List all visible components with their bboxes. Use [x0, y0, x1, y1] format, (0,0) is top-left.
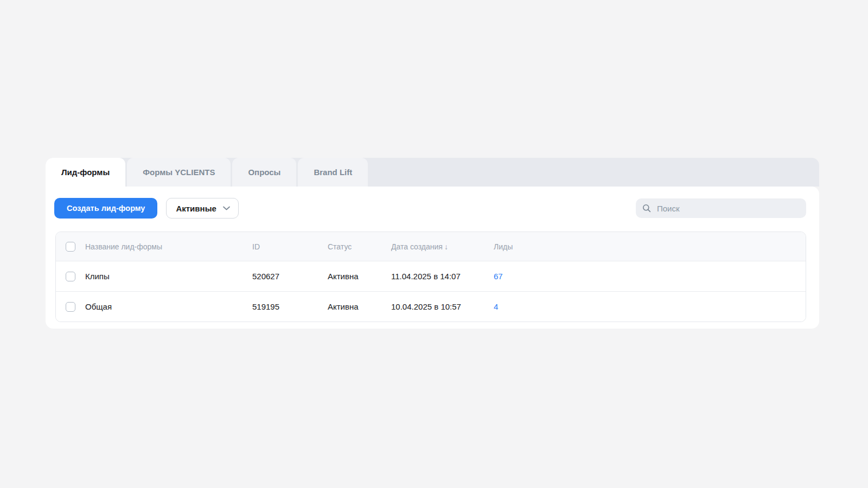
table-row[interactable]: Общая 519195 Активна 10.04.2025 в 10:57 … [56, 291, 806, 322]
tab-brand-lift-label: Brand Lift [314, 168, 352, 177]
table-header-row: Название лид-формы ID Статус Дата создан… [56, 232, 806, 261]
cell-leads: 67 [494, 272, 806, 281]
tab-lead-forms-label: Лид-формы [61, 168, 110, 177]
tab-bar: Лид-формы Формы YCLIENTS Опросы Brand Li… [46, 158, 819, 187]
lead-forms-module: Лид-формы Формы YCLIENTS Опросы Brand Li… [46, 158, 819, 329]
header-checkbox-cell [56, 242, 85, 252]
tab-surveys-label: Опросы [248, 168, 280, 177]
row-checkbox-cell [56, 272, 85, 281]
tab-surveys[interactable]: Опросы [232, 158, 296, 187]
leads-count-link[interactable]: 67 [494, 272, 503, 281]
lead-forms-panel: Создать лид-форму Активные [46, 187, 819, 329]
column-header-status: Статус [328, 242, 391, 251]
search-box [636, 198, 806, 218]
column-header-name: Название лид-формы [85, 242, 252, 251]
column-header-id: ID [252, 242, 328, 251]
tab-yclients-forms-label: Формы YCLIENTS [143, 168, 215, 177]
cell-leads: 4 [494, 302, 806, 311]
cell-id: 519195 [252, 302, 328, 311]
cell-name: Общая [85, 302, 252, 311]
table-row[interactable]: Клипы 520627 Активна 11.04.2025 в 14:07 … [56, 261, 806, 291]
leads-count-link[interactable]: 4 [494, 302, 498, 311]
status-filter-value: Активные [176, 204, 216, 213]
tab-yclients-forms[interactable]: Формы YCLIENTS [127, 158, 231, 187]
select-all-checkbox[interactable] [66, 242, 75, 252]
row-checkbox[interactable] [66, 272, 75, 281]
column-header-created-label: Дата создания [391, 242, 443, 251]
create-lead-form-button[interactable]: Создать лид-форму [54, 198, 157, 219]
tab-lead-forms[interactable]: Лид-формы [46, 158, 125, 187]
search-icon [642, 204, 651, 213]
cell-status: Активна [328, 272, 391, 281]
cell-status: Активна [328, 302, 391, 311]
toolbar: Создать лид-форму Активные [54, 198, 806, 219]
search-input[interactable] [656, 203, 800, 214]
status-filter-dropdown[interactable]: Активные [166, 198, 238, 219]
column-header-leads: Лиды [494, 242, 806, 251]
row-checkbox[interactable] [66, 302, 75, 312]
chevron-down-icon [223, 206, 230, 210]
lead-forms-table: Название лид-формы ID Статус Дата создан… [55, 232, 806, 322]
row-checkbox-cell [56, 302, 85, 312]
cell-name: Клипы [85, 272, 252, 281]
column-header-created[interactable]: Дата создания↓ [391, 242, 494, 251]
cell-created: 10.04.2025 в 10:57 [391, 302, 494, 311]
tab-brand-lift[interactable]: Brand Lift [298, 158, 368, 187]
cell-id: 520627 [252, 272, 328, 281]
cell-created: 11.04.2025 в 14:07 [391, 272, 494, 281]
sort-descending-icon: ↓ [444, 242, 448, 251]
